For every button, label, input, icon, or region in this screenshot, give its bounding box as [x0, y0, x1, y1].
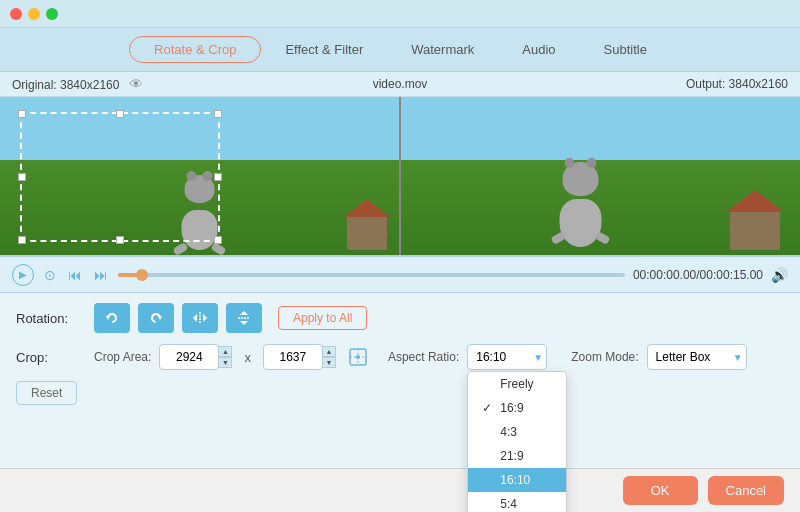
crop-width-arrows: ▲ ▼ — [218, 346, 232, 368]
crop-handle-tm[interactable] — [116, 110, 124, 118]
zoom-mode-select[interactable]: Letter Box Pan & Scan Full — [647, 344, 747, 370]
progress-thumb — [136, 269, 148, 281]
bear-body-r — [560, 199, 602, 247]
tab-rotate-crop[interactable]: Rotate & Crop — [129, 36, 261, 63]
svg-point-11 — [356, 355, 360, 359]
crop-height-arrows: ▲ ▼ — [322, 346, 336, 368]
aspect-ratio-value: 16:10 — [476, 350, 506, 364]
original-label: Original: 3840x2160 — [12, 78, 119, 92]
house — [347, 215, 387, 250]
rotation-label: Rotation: — [16, 311, 86, 326]
bear-ear-left-r — [565, 158, 575, 168]
tab-subtitle[interactable]: Subtitle — [580, 37, 671, 62]
preview-right — [401, 97, 800, 255]
checkmark-16-9: ✓ — [482, 401, 496, 415]
bear-ear-right-r — [587, 158, 597, 168]
video-scene-right — [401, 97, 800, 255]
crop-handle-br[interactable] — [214, 236, 222, 244]
next-button[interactable]: ⏭ — [92, 267, 110, 283]
svg-marker-4 — [203, 314, 207, 322]
crop-width-up[interactable]: ▲ — [218, 346, 232, 357]
crop-handle-bl[interactable] — [18, 236, 26, 244]
tab-watermark[interactable]: Watermark — [387, 37, 498, 62]
crop-handle-tl[interactable] — [18, 110, 26, 118]
controls-area: Rotation: — [0, 293, 800, 415]
aspect-option-5-4[interactable]: 5:4 — [468, 492, 566, 512]
crop-handle-bm[interactable] — [116, 236, 124, 244]
aspect-option-21-9[interactable]: 21:9 — [468, 444, 566, 468]
original-resolution: Original: 3840x2160 👁 — [12, 76, 271, 92]
output-resolution: Output: 3840x2160 — [529, 77, 788, 91]
progress-bar[interactable] — [118, 273, 625, 277]
aspect-ratio-arrow: ▼ — [533, 352, 543, 363]
rotate-ccw-button[interactable] — [94, 303, 130, 333]
roof-right — [726, 190, 784, 212]
minimize-button[interactable] — [28, 8, 40, 20]
preview-area — [0, 97, 800, 257]
svg-marker-0 — [106, 316, 110, 320]
crop-height-up[interactable]: ▲ — [322, 346, 336, 357]
roof — [344, 199, 390, 217]
preview-left — [0, 97, 401, 255]
svg-marker-1 — [158, 316, 162, 320]
progress-fill — [118, 273, 143, 277]
info-bar: Original: 3840x2160 👁 video.mov Output: … — [0, 72, 800, 97]
eye-icon[interactable]: 👁 — [129, 76, 143, 92]
svg-marker-7 — [240, 321, 248, 325]
flip-vertical-button[interactable] — [226, 303, 262, 333]
tab-audio[interactable]: Audio — [498, 37, 579, 62]
zoom-mode-label: Zoom Mode: — [571, 350, 638, 364]
crop-height-spinner: ▲ ▼ — [263, 344, 336, 370]
tab-effect-filter[interactable]: Effect & Filter — [261, 37, 387, 62]
center-button[interactable] — [344, 343, 372, 371]
filename: video.mov — [271, 77, 530, 91]
crop-handle-tr[interactable] — [214, 110, 222, 118]
crop-height-input[interactable] — [263, 344, 323, 370]
crop-handle-lm[interactable] — [18, 173, 26, 181]
bear-arm-right-r — [594, 231, 610, 245]
flip-horizontal-button[interactable] — [182, 303, 218, 333]
volume-icon[interactable]: 🔊 — [771, 267, 788, 283]
close-button[interactable] — [10, 8, 22, 20]
stop-button[interactable]: ⊙ — [42, 267, 58, 283]
aspect-ratio-display[interactable]: 16:10 ▼ — [467, 344, 547, 370]
crop-width-spinner: ▲ ▼ — [159, 344, 232, 370]
video-right — [401, 97, 800, 255]
aspect-ratio-popup: Freely ✓16:9 4:3 21:9 16:10 5:4 — [467, 371, 567, 512]
playback-bar: ▶ ⊙ ⏮ ⏭ 00:00:00.00/00:00:15.00 🔊 — [0, 257, 800, 293]
rotation-row: Rotation: — [16, 303, 784, 333]
svg-marker-6 — [240, 311, 248, 315]
reset-button[interactable]: Reset — [16, 381, 77, 405]
crop-handle-rm[interactable] — [214, 173, 222, 181]
apply-to-all-button[interactable]: Apply to All — [278, 306, 367, 330]
house-right — [730, 210, 780, 250]
crop-row: Crop: Crop Area: ▲ ▼ x ▲ ▼ — [16, 343, 784, 371]
bear-head-r — [563, 162, 599, 196]
crop-overlay[interactable] — [20, 112, 220, 242]
time-display: 00:00:00.00/00:00:15.00 — [633, 268, 763, 282]
aspect-option-freely[interactable]: Freely — [468, 372, 566, 396]
crop-width-down[interactable]: ▼ — [218, 357, 232, 368]
zoom-mode-dropdown[interactable]: Letter Box Pan & Scan Full ▼ — [647, 344, 747, 370]
crop-label: Crop: — [16, 350, 86, 365]
aspect-option-16-9[interactable]: ✓16:9 — [468, 396, 566, 420]
bottom-bar: OK Cancel — [0, 468, 800, 512]
title-bar — [0, 0, 800, 28]
crop-width-input[interactable] — [159, 344, 219, 370]
play-button[interactable]: ▶ — [12, 264, 34, 286]
ok-button[interactable]: OK — [623, 476, 698, 505]
prev-button[interactable]: ⏮ — [66, 267, 84, 283]
x-separator: x — [244, 350, 251, 365]
bear-arm-left-r — [550, 231, 566, 245]
aspect-option-16-10[interactable]: 16:10 — [468, 468, 566, 492]
bear-figure-right — [548, 162, 613, 247]
traffic-lights — [10, 8, 58, 20]
crop-height-down[interactable]: ▼ — [322, 357, 336, 368]
cancel-button[interactable]: Cancel — [708, 476, 784, 505]
maximize-button[interactable] — [46, 8, 58, 20]
rotate-cw-button[interactable] — [138, 303, 174, 333]
aspect-option-4-3[interactable]: 4:3 — [468, 420, 566, 444]
aspect-ratio-label: Aspect Ratio: — [388, 350, 459, 364]
bear-arm-left — [172, 242, 188, 255]
aspect-ratio-dropdown[interactable]: 16:10 ▼ Freely ✓16:9 4:3 21:9 16:10 — [467, 344, 547, 370]
